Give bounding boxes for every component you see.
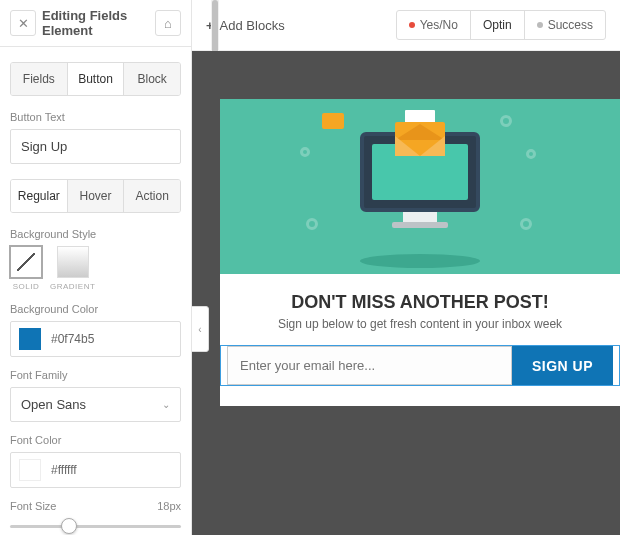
tab-regular[interactable]: Regular <box>11 180 68 212</box>
optin-form: SIGN UP <box>220 345 620 386</box>
close-icon: ✕ <box>18 16 29 31</box>
tab-fields[interactable]: Fields <box>11 63 68 95</box>
dot-icon <box>537 22 543 28</box>
step-tabs: Yes/No Optin Success <box>396 10 606 40</box>
hero-image <box>220 99 620 274</box>
step-success-label: Success <box>548 18 593 32</box>
main-area: + Add Blocks Yes/No Optin Success <box>192 0 620 535</box>
optin-headline: DON'T MISS ANOTHER POST! <box>230 292 610 313</box>
chevron-left-icon: ‹ <box>198 324 201 335</box>
font-size-slider[interactable] <box>10 516 181 535</box>
add-blocks-label: Add Blocks <box>220 18 285 33</box>
state-tabs: Regular Hover Action <box>10 179 181 213</box>
button-text-label: Button Text <box>10 111 181 123</box>
font-color-value: #ffffff <box>51 463 77 477</box>
slider-thumb[interactable] <box>61 518 77 534</box>
notification-icon <box>322 113 344 129</box>
bg-style-swatches: SOLID GRADIENT <box>10 246 181 291</box>
font-family-value: Open Sans <box>21 397 86 412</box>
font-family-label: Font Family <box>10 369 181 381</box>
bg-style-gradient[interactable] <box>57 246 89 278</box>
button-text-input[interactable] <box>10 129 181 164</box>
bg-color-input[interactable]: #0f74b5 <box>10 321 181 357</box>
tab-action[interactable]: Action <box>124 180 180 212</box>
optin-preview: DON'T MISS ANOTHER POST! Sign up below t… <box>220 99 620 406</box>
slider-track <box>10 525 181 528</box>
bg-style-label: Background Style <box>10 228 181 240</box>
step-success[interactable]: Success <box>525 11 605 39</box>
bg-style-solid[interactable] <box>10 246 42 278</box>
home-icon: ⌂ <box>164 16 172 31</box>
email-input[interactable] <box>227 346 512 385</box>
tab-hover[interactable]: Hover <box>68 180 125 212</box>
tab-block[interactable]: Block <box>124 63 180 95</box>
bg-style-solid-label: SOLID <box>13 282 40 291</box>
font-size-row: Font Size 18px <box>10 500 181 512</box>
step-yesno[interactable]: Yes/No <box>397 11 471 39</box>
envelope-icon <box>395 118 445 156</box>
step-yesno-label: Yes/No <box>420 18 458 32</box>
font-size-value: 18px <box>157 500 181 512</box>
close-button[interactable]: ✕ <box>10 10 36 36</box>
optin-subtext: Sign up below to get fresh content in yo… <box>230 317 610 331</box>
step-optin-label: Optin <box>483 18 512 32</box>
collapse-sidebar-button[interactable]: ‹ <box>192 306 209 352</box>
signup-button[interactable]: SIGN UP <box>512 346 613 385</box>
bg-color-value: #0f74b5 <box>51 332 94 346</box>
app-root: ✕ Editing Fields Element ⌂ Fields Button… <box>0 0 620 535</box>
home-button[interactable]: ⌂ <box>155 10 181 36</box>
editor-sidebar: ✕ Editing Fields Element ⌂ Fields Button… <box>0 0 192 535</box>
preview-canvas: ‹ <box>192 51 620 535</box>
font-size-label: Font Size <box>10 500 56 512</box>
chevron-down-icon: ⌄ <box>162 399 170 410</box>
toolbar: + Add Blocks Yes/No Optin Success <box>192 0 620 51</box>
bg-color-chip <box>19 328 41 350</box>
bg-color-label: Background Color <box>10 303 181 315</box>
step-optin[interactable]: Optin <box>471 11 525 39</box>
font-color-input[interactable]: #ffffff <box>10 452 181 488</box>
sidebar-title: Editing Fields Element <box>42 8 149 38</box>
font-color-chip <box>19 459 41 481</box>
element-tabs: Fields Button Block <box>10 62 181 96</box>
font-color-label: Font Color <box>10 434 181 446</box>
bg-style-gradient-label: GRADIENT <box>50 282 95 291</box>
sidebar-header: ✕ Editing Fields Element ⌂ <box>0 0 191 47</box>
dot-icon <box>409 22 415 28</box>
button-panel: Button Text Regular Hover Action Backgro… <box>0 111 191 535</box>
font-family-select[interactable]: Open Sans ⌄ <box>10 387 181 422</box>
monitor-icon <box>360 132 480 242</box>
tab-button[interactable]: Button <box>68 63 125 95</box>
